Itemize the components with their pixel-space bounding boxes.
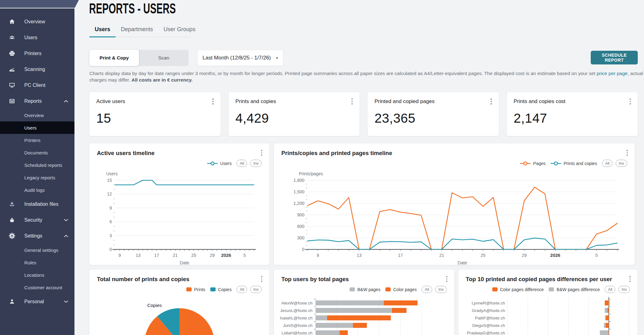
- toggle-scan[interactable]: Scan: [139, 50, 188, 66]
- sidebar-item-personal[interactable]: Personal: [0, 294, 74, 309]
- sidebar-item-label: Security: [24, 217, 42, 223]
- svg-text:Date: Date: [458, 260, 467, 265]
- sidebar-item-installation-files[interactable]: Installation files: [0, 196, 74, 212]
- chart-legend: PrintsCopiesAllInv: [186, 286, 262, 293]
- legend-swatch: [186, 287, 192, 291]
- legend-pill-all[interactable]: All: [605, 286, 615, 293]
- sidebar-item-label: Rules: [24, 260, 36, 265]
- kebab-menu-icon[interactable]: [628, 97, 632, 106]
- sidebar-nav: OverviewUsersPrintersScanningPC ClientRe…: [0, 8, 74, 309]
- kebab-menu-icon[interactable]: [260, 149, 264, 157]
- card-active-users-timeline: Active users timeline UsersAllInvUsers03…: [89, 144, 269, 265]
- stat-card-title: Active users: [96, 98, 214, 105]
- kebab-menu-icon[interactable]: [260, 275, 264, 283]
- sidebar-item-printers[interactable]: Printers: [0, 134, 74, 146]
- legend-pill-inv[interactable]: Inv: [616, 160, 627, 167]
- legend-pill-inv[interactable]: Inv: [618, 286, 630, 293]
- sidebar-item-users[interactable]: Users: [0, 121, 74, 134]
- legend-pill-inv[interactable]: Inv: [250, 160, 262, 167]
- stat-card-printed-and-copied-pages: Printed and copied pages23,365: [368, 92, 499, 136]
- stat-card-prints-and-copies-cost: Prints and copies cost2,147: [507, 92, 638, 136]
- tab-user-groups[interactable]: User Groups: [158, 26, 201, 37]
- kebab-menu-icon[interactable]: [489, 97, 493, 106]
- legend-pill-all[interactable]: All: [236, 160, 247, 167]
- date-range-select[interactable]: Last Month (12/8/25 - 1/7/26) ▾: [197, 50, 283, 66]
- svg-text:17: 17: [154, 253, 159, 258]
- top-band: [0, 0, 79, 8]
- svg-text:13: 13: [357, 253, 362, 258]
- svg-text:21: 21: [439, 253, 444, 258]
- tab-departments[interactable]: Departments: [116, 26, 158, 37]
- svg-text:300: 300: [297, 235, 305, 240]
- gear-icon: [9, 233, 15, 239]
- download-icon: [9, 201, 15, 207]
- sidebar-item-general-settings[interactable]: General settings: [0, 244, 74, 256]
- legend-item-b-w-pages-difference: B&W pages difference: [549, 287, 600, 292]
- card-pages-differences: Top 10 printed and copied pages differen…: [458, 270, 637, 335]
- page: OverviewUsersPrintersScanningPC ClientRe…: [0, 0, 644, 335]
- toggle-print-copy[interactable]: Print & Copy: [89, 50, 139, 66]
- sidebar-item-users[interactable]: Users: [0, 30, 74, 45]
- svg-text:Date: Date: [180, 260, 189, 265]
- sidebar-item-label: Legacy reports: [24, 175, 55, 180]
- note-bold: All costs are in € currency.: [131, 77, 193, 83]
- svg-text:Prints/pages: Prints/pages: [299, 171, 323, 176]
- sidebar-item-reports[interactable]: Reports: [0, 93, 74, 109]
- svg-text:Copies: Copies: [147, 303, 162, 308]
- kebab-menu-icon[interactable]: [211, 97, 215, 106]
- sidebar-item-scanning[interactable]: Scanning: [0, 61, 74, 77]
- schedule-report-button[interactable]: SCHEDULE REPORT: [591, 51, 638, 64]
- legend-line-marker: [520, 161, 531, 166]
- svg-text:PattiF@foxte.ch: PattiF@foxte.ch: [475, 316, 505, 320]
- sidebar-item-overview[interactable]: Overview: [0, 14, 74, 30]
- sidebar-item-documents[interactable]: Documents: [0, 146, 74, 159]
- legend-pill-all[interactable]: All: [602, 160, 613, 167]
- sidebar-item-scheduled-reports[interactable]: Scheduled reports: [0, 159, 74, 171]
- caret-down-icon: ▾: [276, 56, 278, 60]
- kebab-menu-icon[interactable]: [350, 97, 354, 106]
- tab-users[interactable]: Users: [89, 26, 116, 37]
- legend-item-pages: Pages: [520, 161, 546, 166]
- legend-pill-inv[interactable]: Inv: [250, 286, 262, 293]
- price-per-page-link[interactable]: price per page: [597, 71, 627, 76]
- svg-text:900: 900: [297, 212, 305, 217]
- sidebar-item-label: Personal: [24, 299, 44, 304]
- printer-icon: [9, 50, 15, 57]
- topusers-chart: AlexW@foxte.chJesusL@foxte.chIsaiahL@fox…: [280, 296, 448, 335]
- sidebar-item-audit-logs[interactable]: Audit logs: [0, 184, 74, 196]
- chevron-up-icon: [64, 100, 68, 102]
- sidebar-item-pc-client[interactable]: PC Client: [0, 77, 74, 93]
- chevron-down-icon: [64, 300, 68, 303]
- stat-card-prints-and-copies: Prints and copies4,429: [229, 92, 360, 136]
- legend-pill-all[interactable]: All: [422, 286, 432, 293]
- kebab-menu-icon[interactable]: [445, 275, 449, 283]
- sidebar-item-label: General settings: [24, 248, 58, 253]
- kebab-menu-icon[interactable]: [625, 149, 629, 157]
- legend-swatch: [549, 287, 554, 291]
- sidebar-item-settings[interactable]: Settings: [0, 228, 74, 244]
- svg-text:IsaiahL@foxte.ch: IsaiahL@foxte.ch: [280, 316, 312, 320]
- sidebar-item-rules[interactable]: Rules: [0, 256, 74, 269]
- person-icon: [9, 298, 15, 305]
- chart-title: Top 10 printed and copied pages differen…: [466, 276, 612, 283]
- legend-pill-all[interactable]: All: [236, 286, 247, 293]
- sidebar-item-locations[interactable]: Locations: [0, 269, 74, 281]
- svg-text:5: 5: [243, 253, 246, 258]
- chart-title: Prints/copies and printed pages timeline: [281, 150, 392, 157]
- svg-text:0: 0: [109, 247, 112, 252]
- stat-card-value: 15: [96, 111, 214, 126]
- chart-legend: Color pages differenceB&W pages differen…: [492, 286, 630, 293]
- kebab-menu-icon[interactable]: [628, 275, 632, 283]
- legend-pill-inv[interactable]: Inv: [435, 286, 447, 293]
- legend-swatch: [385, 287, 391, 291]
- sidebar-item-label: Users: [24, 35, 37, 40]
- sidebar: OverviewUsersPrintersScanningPC ClientRe…: [0, 8, 74, 335]
- legend-item-prints: Prints: [186, 287, 205, 292]
- svg-text:9: 9: [317, 253, 319, 258]
- sidebar-item-security[interactable]: Security: [0, 212, 74, 228]
- legend-swatch: [210, 287, 216, 291]
- sidebar-item-overview[interactable]: Overview: [0, 109, 74, 121]
- sidebar-item-printers[interactable]: Printers: [0, 45, 74, 61]
- sidebar-item-customer-account[interactable]: Customer account: [0, 281, 74, 294]
- sidebar-item-legacy-reports[interactable]: Legacy reports: [0, 171, 74, 184]
